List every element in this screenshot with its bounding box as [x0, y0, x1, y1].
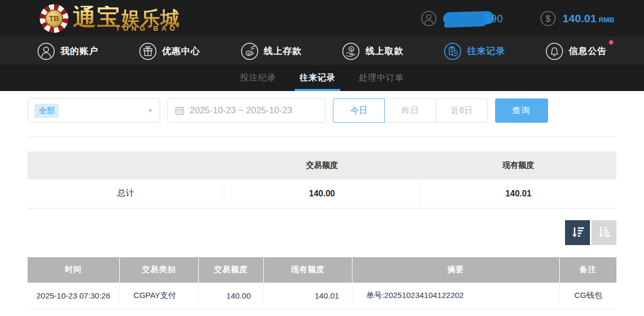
record-summary: 单号:202510234104122202 — [352, 283, 559, 309]
gift-icon — [139, 42, 157, 60]
tab-pending-orders[interactable]: 处理中订单 — [359, 65, 404, 91]
sub-navigation: 投注纪录 往来记录 处理中订单 — [0, 65, 644, 91]
summary-header-transaction-amount: 交易额度 — [224, 151, 420, 179]
nav-item-promotions[interactable]: 优惠中心 — [139, 42, 200, 60]
table-row: 2025-10-23 07:30:26 CGPAY支付 140.00 140.0… — [28, 283, 616, 309]
nav-item-transaction-records[interactable]: 往来记录 — [444, 42, 505, 60]
record-note: CG钱包 — [559, 283, 616, 309]
records-header-summary: 摘要 — [352, 257, 559, 283]
sort-ascending-button[interactable] — [592, 220, 616, 245]
deposit-icon: $ — [241, 42, 259, 60]
date-range-value: 2025-10-23 ~ 2025-10-23 — [190, 105, 292, 116]
bell-icon — [545, 42, 563, 60]
record-type: CGPAY支付 — [119, 283, 198, 309]
tab-betting-records[interactable]: 投注纪录 — [240, 65, 276, 91]
records-header-note: 备注 — [559, 257, 616, 283]
summary-transaction-amount: 140.00 — [224, 179, 420, 208]
main-navigation: 我的账户 优惠中心 $ 线上存款 $ 线上取款 — [0, 37, 644, 65]
svg-text:$: $ — [350, 47, 353, 51]
site-subtitle: TONG BAO — [73, 25, 180, 32]
sort-descending-icon — [570, 225, 585, 240]
redaction-scribble — [444, 22, 486, 28]
user-icon — [421, 11, 437, 26]
quick-date-buttons: 今日 昨日 近8日 — [333, 98, 488, 123]
summary-table: 交易额度 现有额度 总计 140.00 140.01 — [28, 151, 616, 209]
summary-total-row: 总计 140.00 140.01 — [28, 179, 616, 208]
calendar-icon — [175, 106, 184, 115]
notification-dot — [609, 40, 613, 44]
dollar-icon: $ — [540, 11, 556, 26]
sort-ascending-icon — [597, 225, 612, 240]
filter-bar: 全部 ▼ 2025-10-23 ~ 2025-10-23 今日 昨日 近8日 查… — [28, 98, 616, 123]
app-header: TB 通宝娱乐城 TONG BAO 590 $ — [0, 0, 644, 37]
username-visible-text: 590 — [484, 13, 503, 25]
poker-chip-icon: TB — [40, 4, 68, 33]
section-divider — [28, 137, 616, 137]
withdraw-icon: $ — [342, 42, 360, 60]
main-content: 全部 ▼ 2025-10-23 ~ 2025-10-23 今日 昨日 近8日 查… — [0, 91, 644, 309]
last-8-days-button[interactable]: 近8日 — [436, 98, 488, 123]
nav-item-deposit[interactable]: $ 线上存款 — [241, 42, 302, 60]
sort-controls — [28, 220, 616, 245]
nav-item-announcements[interactable]: 信息公告 — [545, 42, 607, 60]
tab-transaction-records[interactable]: 往来记录 — [299, 65, 336, 91]
records-table: 时间 交易类别 交易额度 现有额度 摘要 备注 2025-10-23 07:30… — [28, 257, 616, 310]
wallet-balance[interactable]: $ 140.01RMB — [540, 11, 614, 26]
transaction-type-select[interactable]: 全部 ▼ — [28, 98, 160, 123]
records-header-current-balance: 现有额度 — [263, 257, 352, 283]
record-time: 2025-10-23 07:30:26 — [28, 283, 119, 309]
today-button[interactable]: 今日 — [333, 98, 385, 123]
records-header-transaction-amount: 交易额度 — [198, 257, 263, 283]
summary-current-balance: 140.01 — [420, 179, 616, 208]
selected-type-tag: 全部 — [34, 104, 59, 118]
balance-amount: 140.01RMB — [562, 12, 614, 25]
records-header-time: 时间 — [28, 257, 119, 283]
summary-header-blank — [28, 151, 224, 179]
summary-total-label: 总计 — [28, 179, 224, 208]
username: 590 — [443, 11, 503, 26]
nav-item-withdraw[interactable]: $ 线上取款 — [342, 42, 403, 60]
chip-monogram: TB — [45, 10, 63, 28]
nav-item-my-account[interactable]: 我的账户 — [37, 42, 99, 60]
sort-descending-button[interactable] — [565, 220, 590, 245]
svg-text:$: $ — [546, 14, 551, 23]
chevron-down-icon: ▼ — [147, 107, 153, 114]
records-icon — [444, 42, 462, 60]
site-logo[interactable]: TB 通宝娱乐城 TONG BAO — [40, 4, 180, 33]
search-button[interactable]: 查询 — [495, 98, 548, 123]
summary-header-current-balance: 现有额度 — [420, 151, 616, 179]
record-transaction-amount: 140.00 — [198, 283, 263, 309]
record-current-balance: 140.01 — [263, 283, 352, 309]
records-header-type: 交易类别 — [119, 257, 198, 283]
records-header-row: 时间 交易类别 交易额度 现有额度 摘要 备注 — [28, 257, 616, 283]
yesterday-button[interactable]: 昨日 — [384, 98, 436, 123]
user-account[interactable]: 590 — [421, 11, 503, 26]
svg-text:$: $ — [247, 51, 250, 56]
summary-header-row: 交易额度 现有额度 — [28, 151, 616, 179]
date-range-input[interactable]: 2025-10-23 ~ 2025-10-23 — [167, 98, 326, 123]
currency-label: RMB — [598, 16, 614, 24]
user-icon — [37, 42, 55, 60]
